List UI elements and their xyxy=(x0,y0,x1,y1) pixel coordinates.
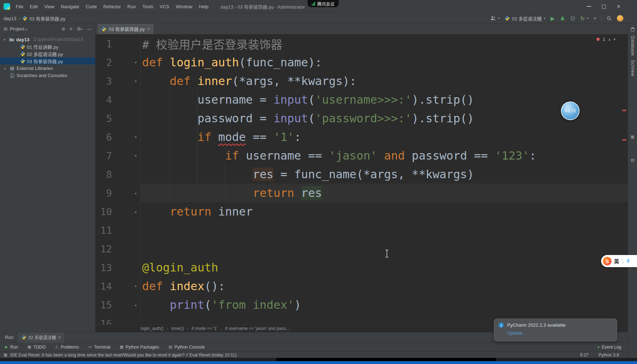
breadcrumb-item[interactable]: inner() xyxy=(171,326,184,331)
code-line-6[interactable]: 6▾ if mode == '1': xyxy=(95,128,628,146)
coverage-icon[interactable] xyxy=(570,16,575,21)
plots-tool-icon[interactable]: ▦ xyxy=(631,134,634,139)
breadcrumb-item[interactable]: login_auth() xyxy=(141,326,163,331)
code-line-12[interactable]: 12 xyxy=(95,240,628,258)
update-link[interactable]: Update... xyxy=(507,330,526,336)
toolwindow-python-console[interactable]: ▤Python Console xyxy=(168,345,205,350)
project-root-row[interactable]: ▾ day13 D:\pythonProject03\day13 xyxy=(0,36,95,43)
external-libraries-row[interactable]: ▸ External Libraries xyxy=(0,65,95,72)
breadcrumb-item[interactable]: if username == 'jason' and pass... xyxy=(225,326,289,331)
menu-run[interactable]: Run xyxy=(125,3,139,10)
code-line-1[interactable]: 1# 校验用户是否登录装饰器 xyxy=(95,34,628,53)
stop-icon[interactable]: ■ xyxy=(594,16,596,20)
project-file-1[interactable]: 01 作业讲解.py xyxy=(0,43,95,50)
fold-down-icon[interactable]: ▾ xyxy=(132,53,140,72)
error-stripe-mark[interactable] xyxy=(622,139,626,141)
hide-panel-icon[interactable]: — xyxy=(87,26,92,32)
fold-down-icon[interactable]: ▾ xyxy=(132,128,140,146)
microphone-icon[interactable] xyxy=(626,259,630,264)
rerun-button[interactable]: ↻▾ xyxy=(580,16,589,21)
scratches-row[interactable]: Scratches and Consoles xyxy=(0,72,95,79)
code-line-13[interactable]: 13@login_auth xyxy=(95,258,628,277)
debug-icon[interactable] xyxy=(560,16,565,21)
toolwindow-problems[interactable]: ⚠Problems xyxy=(55,345,79,350)
menu-navigate[interactable]: Navigate xyxy=(58,3,82,10)
project-file-3[interactable]: 03 有参装饰器.py xyxy=(0,57,95,65)
ime-punctuation-icon[interactable]: ’, xyxy=(622,259,624,264)
code-line-14[interactable]: 14▾def index(): xyxy=(95,277,628,296)
documentation-tool-icon[interactable]: ▤ xyxy=(631,158,634,162)
project-view-dropdown[interactable]: Project ▾ xyxy=(10,26,27,32)
fold-up-icon[interactable]: ▴ xyxy=(132,296,140,314)
breadcrumb-item[interactable]: if mode == '1' xyxy=(192,326,217,331)
meeting-indicator[interactable]: 腾讯会议 xyxy=(308,0,339,7)
close-icon[interactable]: × xyxy=(617,3,620,10)
menu-help[interactable]: Help xyxy=(196,3,211,10)
status-message[interactable]: IDE Eval Reset: It has been a long time … xyxy=(10,353,236,358)
fold-down-icon[interactable]: ▾ xyxy=(132,277,140,296)
status-right: 9:27 Python 3.8 xyxy=(580,353,619,358)
locate-file-icon[interactable]: ⊕ xyxy=(61,26,65,32)
code-line-8[interactable]: 8 res = func_name(*args, **kwargs) xyxy=(95,165,628,184)
breadcrumb-file[interactable]: 03 有参装饰器.py xyxy=(29,15,65,22)
menu-vcs[interactable]: VCS xyxy=(157,3,172,10)
fold-down-icon[interactable]: ▾ xyxy=(132,72,140,90)
collaborators-button[interactable]: ▾ xyxy=(490,16,500,21)
toolwindow-terminal[interactable]: ▭Terminal xyxy=(88,345,111,350)
tool-button-sciview[interactable]: SciView xyxy=(630,60,635,76)
settings-gear-icon[interactable]: ⚙▾ xyxy=(77,26,83,32)
menu-file[interactable]: File xyxy=(13,3,26,10)
code-token: ) xyxy=(294,298,301,312)
prev-error-icon[interactable]: ▴ xyxy=(609,37,610,41)
menu-refactor[interactable]: Refactor xyxy=(100,3,124,10)
code-line-3[interactable]: 3▾ def inner(*args, **kwargs): xyxy=(95,72,628,90)
ime-language-mode[interactable]: 英 xyxy=(614,257,619,265)
error-stripe-mark[interactable] xyxy=(622,110,626,111)
run-panel-tab[interactable]: 02 多层语法糖 × xyxy=(18,332,64,342)
code-line-11[interactable]: 11 xyxy=(95,221,628,240)
next-error-icon[interactable]: ▾ xyxy=(614,37,615,41)
minimize-icon[interactable] xyxy=(587,6,591,7)
code-line-2[interactable]: 2▾def login_auth(func_name): xyxy=(95,53,628,72)
windows-taskbar[interactable] xyxy=(0,361,637,364)
sogou-logo-icon[interactable]: S xyxy=(603,257,612,265)
fold-up-icon[interactable]: ▴ xyxy=(132,202,140,221)
code-line-9[interactable]: 9▴ return res xyxy=(95,184,628,202)
menu-code[interactable]: Code xyxy=(83,3,100,10)
maximize-icon[interactable] xyxy=(602,5,606,9)
code-line-5[interactable]: 5 password = input('password>>>:').strip… xyxy=(95,109,628,128)
menu-edit[interactable]: Edit xyxy=(27,3,41,10)
code-line-7[interactable]: 7▾ if username == 'jason' and password =… xyxy=(95,146,628,165)
run-icon[interactable]: ▶ xyxy=(551,16,555,21)
fold-down-icon[interactable]: ▾ xyxy=(132,146,140,165)
ime-toolbar[interactable]: S 英 ’, xyxy=(601,255,637,267)
avatar[interactable] xyxy=(617,15,623,22)
editor-tab[interactable]: 03 有参装饰器.py × xyxy=(98,24,154,34)
menu-tools[interactable]: Tools xyxy=(140,3,156,10)
menu-window[interactable]: Window xyxy=(173,3,195,10)
run-configuration-selector[interactable]: 02 多层语法糖 ▾ xyxy=(505,15,545,22)
toolwindow-switcher-icon[interactable]: ▦ xyxy=(4,353,7,357)
toolwindow-python-packages[interactable]: ▦Python Packages xyxy=(120,345,159,350)
fold-up-icon[interactable]: ▴ xyxy=(132,184,140,202)
tool-button-database[interactable]: Database xyxy=(630,36,635,56)
menu-view[interactable]: View xyxy=(41,3,57,10)
search-icon[interactable] xyxy=(606,16,612,21)
meeting-timer-ball[interactable]: 03:23 xyxy=(561,101,580,120)
event-log-button[interactable]: ● Event Log xyxy=(597,345,621,350)
code-line-10[interactable]: 10▴ return inner xyxy=(95,202,628,221)
close-tab-icon[interactable]: × xyxy=(147,26,150,32)
interpreter-selector[interactable]: Python 3.8 xyxy=(599,353,619,358)
line-number: 13 xyxy=(95,258,112,277)
code-line-4[interactable]: 4 username = input('username>>>:').strip… xyxy=(95,90,628,109)
python-file-icon xyxy=(20,58,25,63)
update-notification[interactable]: i PyCharm 2022.2.3 available Update... xyxy=(494,318,617,341)
code-editor[interactable]: 1# 校验用户是否登录装饰器2▾def login_auth(func_name… xyxy=(95,34,628,325)
collapse-all-icon[interactable]: ≡ xyxy=(70,26,72,32)
code-line-15[interactable]: 15▴ print('from index') xyxy=(95,296,628,314)
toolwindow-run[interactable]: ▶Run xyxy=(5,345,18,350)
project-file-2[interactable]: 02 多层语法糖.py xyxy=(0,50,95,57)
close-tab-icon[interactable]: × xyxy=(58,335,61,340)
breadcrumb-project[interactable]: day13 xyxy=(4,16,16,21)
toolwindow-todo[interactable]: ▣TODO xyxy=(27,345,46,350)
